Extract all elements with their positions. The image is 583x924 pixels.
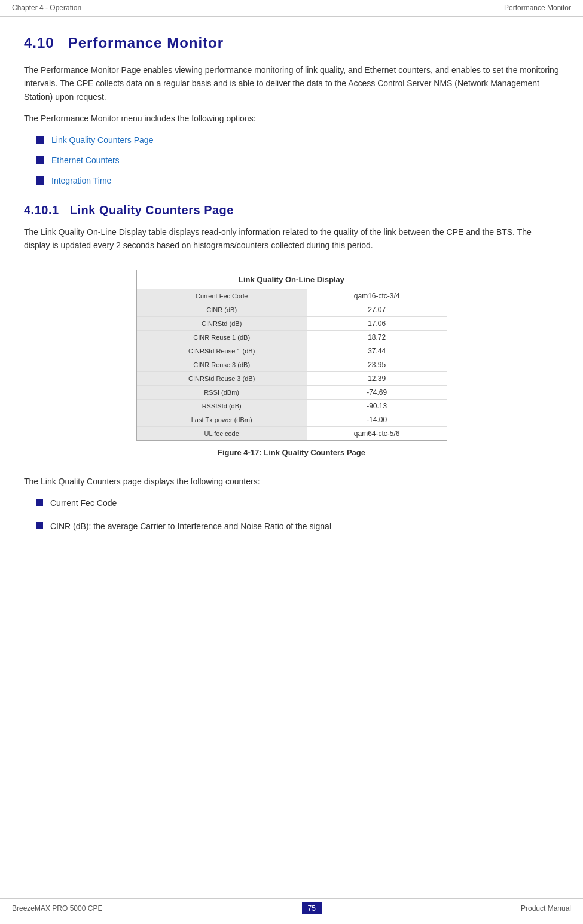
table-row: CINRStd (dB)17.06 <box>137 317 447 331</box>
menu-link-link-quality[interactable]: Link Quality Counters Page <box>51 135 153 145</box>
counter-label-1: Current Fec Code <box>50 497 117 510</box>
table-cell-value: qam16-ctc-3/4 <box>307 289 446 303</box>
table-cell-value: qam64-ctc-5/6 <box>307 427 446 441</box>
counters-list: Current Fec Code CINR (dB): the average … <box>36 497 559 533</box>
intro-para-1: The Performance Monitor Page enables vie… <box>24 63 559 103</box>
figure-container: Link Quality On-Line Display Current Fec… <box>24 270 559 457</box>
menu-link-ethernet[interactable]: Ethernet Counters <box>51 155 120 165</box>
menu-list: Link Quality Counters Page Ethernet Coun… <box>36 135 559 185</box>
page-content: 4.10 Performance Monitor The Performance… <box>0 17 583 580</box>
table-cell-label: CINRStd Reuse 1 (dB) <box>137 344 307 358</box>
table-row: CINRStd Reuse 1 (dB)37.44 <box>137 344 447 358</box>
table-cell-value: 27.07 <box>307 303 446 317</box>
table-row: CINR (dB)27.07 <box>137 303 447 317</box>
table-cell-value: 12.39 <box>307 372 446 386</box>
menu-item-ethernet[interactable]: Ethernet Counters <box>36 155 559 165</box>
menu-item-integration[interactable]: Integration Time <box>36 176 559 185</box>
table-cell-label: CINR Reuse 3 (dB) <box>137 358 307 372</box>
table-cell-label: UL fec code <box>137 427 307 441</box>
footer-right: Product Manual <box>521 904 571 913</box>
header-right: Performance Monitor <box>504 4 571 12</box>
section-4-10-1-body: The Link Quality On-Line Display table d… <box>24 225 559 252</box>
display-table-wrapper: Link Quality On-Line Display Current Fec… <box>136 270 447 441</box>
table-row: CINR Reuse 1 (dB)18.72 <box>137 331 447 344</box>
counter-item-2: CINR (dB): the average Carrier to Interf… <box>36 520 559 533</box>
table-cell-label: CINRStd (dB) <box>137 317 307 331</box>
counter-bullet-2 <box>36 522 43 529</box>
table-row: CINR Reuse 3 (dB)23.95 <box>137 358 447 372</box>
table-cell-value: 23.95 <box>307 358 446 372</box>
table-cell-value: -74.69 <box>307 386 446 400</box>
table-cell-label: RSSIStd (dB) <box>137 400 307 413</box>
footer-left: BreezeMAX PRO 5000 CPE <box>12 904 102 913</box>
intro-para-2: The Performance Monitor menu includes th… <box>24 112 559 125</box>
menu-bullet-2 <box>36 156 44 164</box>
table-row: RSSI (dBm)-74.69 <box>137 386 447 400</box>
after-figure-text: The Link Quality Counters page displays … <box>24 475 559 488</box>
table-row: Last Tx power (dBm)-14.00 <box>137 413 447 427</box>
section-4-10-1-title: 4.10.1 Link Quality Counters Page <box>24 203 559 217</box>
page-header: Chapter 4 - Operation Performance Monito… <box>0 0 583 16</box>
table-cell-value: 18.72 <box>307 331 446 344</box>
table-row: UL fec codeqam64-ctc-5/6 <box>137 427 447 441</box>
table-cell-label: Current Fec Code <box>137 289 307 303</box>
page-number: 75 <box>302 902 322 914</box>
menu-item-link-quality[interactable]: Link Quality Counters Page <box>36 135 559 145</box>
counter-item-1: Current Fec Code <box>36 497 559 510</box>
menu-bullet-3 <box>36 176 44 185</box>
header-left: Chapter 4 - Operation <box>12 4 81 12</box>
table-cell-label: RSSI (dBm) <box>137 386 307 400</box>
table-row: RSSIStd (dB)-90.13 <box>137 400 447 413</box>
menu-bullet-1 <box>36 136 44 144</box>
page-footer: BreezeMAX PRO 5000 CPE 75 Product Manual <box>0 898 583 918</box>
counter-label-2: CINR (dB): the average Carrier to Interf… <box>50 520 331 533</box>
table-row: Current Fec Codeqam16-ctc-3/4 <box>137 289 447 303</box>
table-cell-value: -90.13 <box>307 400 446 413</box>
table-cell-value: 37.44 <box>307 344 446 358</box>
table-cell-value: 17.06 <box>307 317 446 331</box>
table-cell-label: CINR Reuse 1 (dB) <box>137 331 307 344</box>
counter-bullet-1 <box>36 499 43 506</box>
section-4-10-title: 4.10 Performance Monitor <box>24 35 559 51</box>
display-table: Current Fec Codeqam16-ctc-3/4CINR (dB)27… <box>137 289 447 440</box>
display-table-header: Link Quality On-Line Display <box>137 270 447 289</box>
table-row: CINRStd Reuse 3 (dB)12.39 <box>137 372 447 386</box>
table-cell-label: Last Tx power (dBm) <box>137 413 307 427</box>
figure-caption: Figure 4-17: Link Quality Counters Page <box>218 448 365 457</box>
menu-link-integration[interactable]: Integration Time <box>51 176 111 185</box>
table-cell-label: CINR (dB) <box>137 303 307 317</box>
table-cell-value: -14.00 <box>307 413 446 427</box>
table-cell-label: CINRStd Reuse 3 (dB) <box>137 372 307 386</box>
